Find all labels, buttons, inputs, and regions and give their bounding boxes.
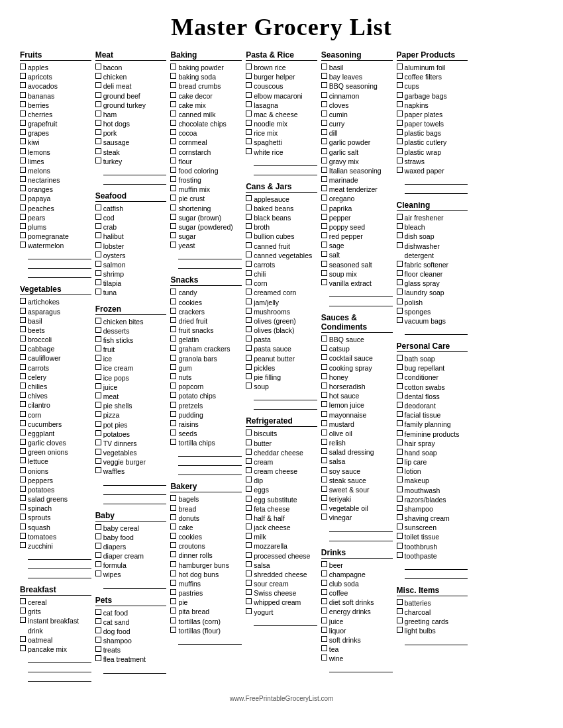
list-item[interactable]: shrimp [95,269,167,279]
checkbox-icon[interactable] [246,270,252,276]
checkbox-icon[interactable] [321,486,327,492]
list-item[interactable]: pepper [321,213,393,222]
list-item[interactable]: juice [321,617,393,626]
checkbox-icon[interactable] [95,261,101,267]
checkbox-icon[interactable] [95,421,101,427]
list-item[interactable]: granola bars [170,354,242,363]
checkbox-icon[interactable] [321,495,327,501]
list-item[interactable]: sprouts [20,513,91,522]
list-item[interactable]: whipped cream [246,598,317,607]
checkbox-icon[interactable] [397,129,403,135]
list-item[interactable]: dried fruit [170,316,242,326]
checkbox-icon[interactable] [170,561,176,567]
list-item[interactable]: shampoo [95,636,167,645]
checkbox-icon[interactable] [246,514,252,520]
list-item[interactable]: cod [95,213,167,222]
list-item[interactable]: canned vegetables [246,251,317,260]
list-item[interactable]: BBQ sauce [321,335,393,344]
list-item[interactable]: sponges [397,307,468,316]
checkbox-icon[interactable] [397,477,403,482]
checkbox-icon[interactable] [321,279,327,285]
list-item[interactable]: canned fruit [246,242,317,251]
list-item[interactable]: pretzels [170,401,242,410]
list-item[interactable]: shredded cheese [246,570,317,579]
checkbox-icon[interactable] [321,167,327,173]
checkbox-icon[interactable] [170,64,176,69]
checkbox-icon[interactable] [246,430,252,435]
checkbox-icon[interactable] [20,533,26,539]
checkbox-icon[interactable] [321,73,327,79]
list-item[interactable]: razors/blades [397,495,468,504]
checkbox-icon[interactable] [95,449,101,455]
checkbox-icon[interactable] [397,496,403,502]
checkbox-icon[interactable] [321,608,327,614]
list-item[interactable]: elbow macaroni [246,91,317,101]
list-item[interactable]: salad dressing [321,447,393,457]
checkbox-icon[interactable] [321,64,327,69]
list-item[interactable]: honey [321,373,393,382]
list-item[interactable]: vanilla extract [321,279,393,288]
list-item[interactable]: kiwi [20,138,91,147]
list-item[interactable]: carrots [20,363,91,373]
checkbox-icon[interactable] [246,580,252,586]
checkbox-icon[interactable] [95,120,101,126]
list-item[interactable]: toilet tissue [397,532,468,541]
list-item[interactable]: basil [20,316,91,326]
checkbox-icon[interactable] [321,345,327,351]
list-item[interactable]: tuna [95,288,167,297]
checkbox-icon[interactable] [170,355,176,361]
list-item[interactable]: hamburger buns [170,561,242,570]
checkbox-icon[interactable] [321,401,327,407]
list-item[interactable]: flea treatment [95,655,167,664]
checkbox-icon[interactable] [95,205,101,210]
list-item[interactable]: teriyaki [321,494,393,504]
checkbox-icon[interactable] [20,336,26,341]
list-item[interactable]: cloves [321,101,393,110]
list-item[interactable]: treats [95,645,167,655]
list-item[interactable]: bay leaves [321,72,393,81]
checkbox-icon[interactable] [321,383,327,388]
checkbox-icon[interactable] [246,336,252,341]
checkbox-icon[interactable] [397,232,403,238]
checkbox-icon[interactable] [321,467,327,473]
list-item[interactable]: bath soap [397,354,468,363]
list-item[interactable]: diaper cream [95,551,167,561]
list-item[interactable]: cake mix [170,101,242,110]
list-item[interactable]: cilantro [20,400,91,410]
checkbox-icon[interactable] [321,138,327,144]
checkbox-icon[interactable] [95,148,101,154]
checkbox-icon[interactable] [246,570,252,576]
checkbox-icon[interactable] [20,364,26,370]
list-item[interactable]: soup [246,382,317,391]
checkbox-icon[interactable] [95,232,101,238]
list-item[interactable]: seasoned salt [321,260,393,269]
list-item[interactable]: makeup [397,476,468,485]
checkbox-icon[interactable] [246,242,252,248]
checkbox-icon[interactable] [20,223,26,229]
checkbox-icon[interactable] [20,120,26,126]
list-item[interactable]: cups [397,81,468,91]
checkbox-icon[interactable] [20,439,26,445]
list-item[interactable]: glass spray [397,279,468,288]
list-item[interactable]: cocktail sauce [321,353,393,363]
list-item[interactable]: pudding [170,410,242,420]
checkbox-icon[interactable] [170,373,176,379]
checkbox-icon[interactable] [95,552,101,558]
list-item[interactable]: fabric softener [397,260,468,269]
checkbox-icon[interactable] [95,430,101,436]
checkbox-icon[interactable] [321,589,327,595]
list-item[interactable]: zucchini [20,541,91,551]
list-item[interactable]: feminine products [397,430,468,439]
list-item[interactable]: grapefruit [20,119,91,128]
list-item[interactable]: tortillas (corn) [170,617,242,626]
checkbox-icon[interactable] [170,570,176,576]
list-item[interactable]: hand soap [397,448,468,457]
list-item[interactable]: cat food [95,608,167,617]
list-item[interactable]: hair spray [397,439,468,448]
checkbox-icon[interactable] [397,599,403,605]
checkbox-icon[interactable] [20,448,26,454]
checkbox-icon[interactable] [95,570,101,576]
checkbox-icon[interactable] [170,336,176,341]
checkbox-icon[interactable] [397,514,403,520]
list-item[interactable]: dish soap [397,232,468,241]
